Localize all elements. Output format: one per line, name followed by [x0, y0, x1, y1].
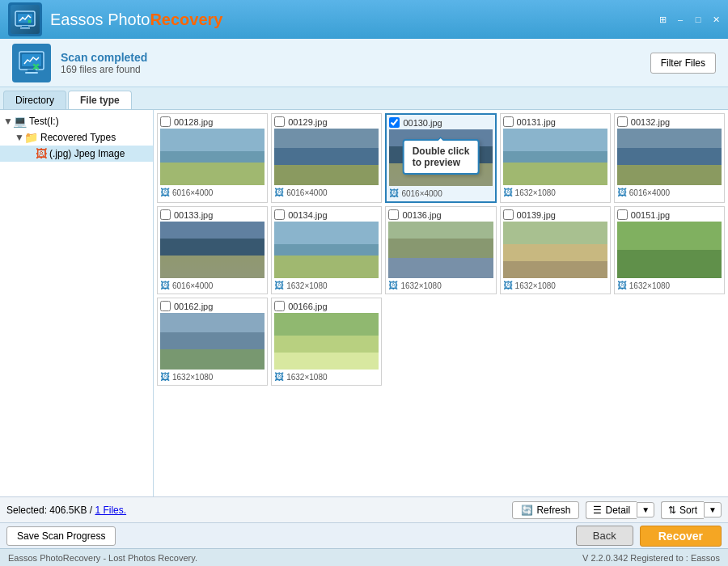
- file-card-top-12: 00166.jpg: [274, 301, 379, 311]
- footer-left: Eassos PhotoRecovery - Lost Photos Recov…: [8, 553, 197, 563]
- file-card-top-3: 00130.jpg: [389, 117, 492, 128]
- tree-item-test[interactable]: ▼ 💻 Test(I:): [0, 113, 153, 129]
- dim-value-2: 6016×4000: [286, 188, 327, 197]
- dim-icon-2: 🖼: [274, 187, 284, 198]
- svg-rect-8: [25, 72, 38, 74]
- file-checkbox-11[interactable]: [160, 301, 171, 311]
- tree-item-jpg[interactable]: 🖼 (.jpg) Jpeg Image: [0, 146, 153, 162]
- file-card-4[interactable]: 00131.jpg 🖼 1632×1080: [500, 113, 611, 203]
- file-grid-container[interactable]: 00128.jpg 🖼 6016×4000 00129.jpg 🖼 6016×4…: [154, 110, 728, 496]
- file-checkbox-9[interactable]: [503, 209, 514, 220]
- file-checkbox-5[interactable]: [617, 116, 628, 127]
- selected-info: Selected: 406.5KB / 1 Files.: [6, 505, 126, 516]
- tab-filetype[interactable]: File type: [68, 91, 132, 109]
- refresh-icon: 🔄: [521, 505, 533, 516]
- title-recovery: Recovery: [150, 11, 222, 28]
- file-card-top-9: 00139.jpg: [503, 209, 607, 220]
- file-card-top-10: 00151.jpg: [617, 209, 722, 220]
- file-checkbox-7[interactable]: [274, 209, 285, 220]
- file-checkbox-8[interactable]: [388, 209, 399, 220]
- file-card-11[interactable]: 00162.jpg 🖼 1632×1080: [157, 298, 268, 386]
- save-scan-button[interactable]: Save Scan Progress: [6, 526, 116, 546]
- dim-value-11: 1632×1080: [172, 373, 213, 382]
- tab-directory[interactable]: Directory: [3, 91, 66, 109]
- file-dim-7: 🖼 1632×1080: [274, 280, 379, 291]
- tree-label-test: Test(I:): [29, 116, 59, 127]
- file-dim-10: 🖼 1632×1080: [617, 280, 722, 291]
- minimize-button[interactable]: –: [675, 14, 686, 25]
- file-dim-3: 🖼 6016×4000: [389, 188, 492, 199]
- file-checkbox-1[interactable]: [160, 116, 171, 127]
- tree-icon-jpg: 🖼: [36, 147, 47, 160]
- file-checkbox-2[interactable]: [274, 116, 285, 127]
- detail-icon: ☰: [593, 505, 602, 516]
- dim-icon-1: 🖼: [160, 187, 170, 198]
- svg-rect-3: [20, 27, 30, 29]
- file-card-top-8: 00136.jpg: [388, 209, 493, 220]
- detail-dropdown-arrow[interactable]: ▼: [637, 502, 654, 517]
- dim-value-1: 6016×4000: [172, 188, 213, 197]
- file-card-top-11: 00162.jpg: [160, 301, 265, 311]
- tree-toggle-recovered[interactable]: ▼: [15, 132, 24, 143]
- file-name-3: 00130.jpg: [403, 118, 442, 128]
- dim-icon-11: 🖼: [160, 371, 170, 382]
- dim-value-8: 1632×1080: [400, 281, 441, 290]
- files-found: 169 files are found: [61, 64, 147, 75]
- file-card-6[interactable]: 00133.jpg 🖼 6016×4000: [157, 206, 268, 294]
- close-button[interactable]: ✕: [710, 14, 722, 25]
- back-button[interactable]: Back: [576, 526, 633, 546]
- tree-icon-computer: 💻: [13, 115, 27, 128]
- footer-right: V 2.2.0.342 Registered to : Eassos: [582, 553, 720, 563]
- file-card-top-6: 00133.jpg: [160, 209, 265, 220]
- file-name-12: 00166.jpg: [288, 302, 327, 311]
- dim-icon-10: 🖼: [617, 280, 627, 291]
- file-card-2[interactable]: 00129.jpg 🖼 6016×4000: [271, 113, 382, 203]
- file-dim-12: 🖼 1632×1080: [274, 371, 379, 382]
- monitor-icon: [12, 44, 51, 82]
- filter-files-button[interactable]: Filter Files: [650, 53, 716, 74]
- window-controls: ⊞ – □ ✕: [657, 14, 722, 25]
- svg-point-4: [22, 17, 23, 19]
- file-checkbox-6[interactable]: [160, 209, 171, 220]
- file-card-12[interactable]: 00166.jpg 🖼 1632×1080: [271, 298, 382, 386]
- tree-label-recovered: Recovered Types: [40, 132, 116, 143]
- sort-dropdown-arrow[interactable]: ▼: [704, 502, 722, 517]
- dim-value-10: 1632×1080: [629, 281, 670, 290]
- file-name-10: 00151.jpg: [631, 210, 670, 220]
- file-thumb-1: [160, 129, 265, 185]
- file-checkbox-10[interactable]: [617, 209, 628, 220]
- file-card-8[interactable]: 00136.jpg 🖼 1632×1080: [385, 206, 496, 294]
- file-name-6: 00133.jpg: [174, 210, 213, 220]
- logo-inner: [11, 5, 40, 34]
- dim-icon-3: 🖼: [389, 188, 399, 199]
- footer: Eassos PhotoRecovery - Lost Photos Recov…: [0, 548, 728, 566]
- file-dim-8: 🖼 1632×1080: [388, 280, 493, 291]
- dim-icon-5: 🖼: [617, 187, 627, 198]
- file-card-9[interactable]: 00139.jpg 🖼 1632×1080: [500, 206, 611, 294]
- refresh-button[interactable]: 🔄 Refresh: [512, 501, 579, 519]
- file-checkbox-12[interactable]: [274, 301, 285, 311]
- tree-toggle-test[interactable]: ▼: [3, 116, 13, 127]
- file-card-5[interactable]: 00132.jpg 🖼 6016×4000: [614, 113, 725, 203]
- file-name-11: 00162.jpg: [174, 302, 213, 311]
- maximize-button[interactable]: □: [692, 14, 704, 25]
- file-checkbox-3[interactable]: [389, 117, 400, 128]
- app-title: Eassos PhotoRecovery: [50, 11, 222, 29]
- files-link[interactable]: 1 Files.: [95, 505, 126, 516]
- file-dim-11: 🖼 1632×1080: [160, 371, 265, 382]
- recover-button[interactable]: Recover: [640, 526, 722, 547]
- detail-button[interactable]: ☰ Detail: [586, 501, 637, 519]
- pin-button[interactable]: ⊞: [657, 14, 668, 25]
- file-card-7[interactable]: 00134.jpg 🖼 1632×1080: [271, 206, 382, 294]
- tree-label-jpg: (.jpg) Jpeg Image: [49, 148, 125, 159]
- file-card-3[interactable]: 00130.jpg 🖼 6016×4000 Double click to pr…: [385, 113, 496, 203]
- tree-item-recovered[interactable]: ▼ 📁 Recovered Types: [0, 129, 153, 146]
- file-card-1[interactable]: 00128.jpg 🖼 6016×4000: [157, 113, 268, 203]
- file-checkbox-4[interactable]: [503, 116, 514, 127]
- file-name-8: 00136.jpg: [402, 210, 441, 220]
- file-card-10[interactable]: 00151.jpg 🖼 1632×1080: [614, 206, 725, 294]
- file-grid: 00128.jpg 🖼 6016×4000 00129.jpg 🖼 6016×4…: [157, 113, 725, 386]
- dim-icon-8: 🖼: [388, 280, 398, 291]
- sort-button[interactable]: ⇅ Sort: [661, 501, 704, 519]
- file-thumb-9: [503, 222, 607, 278]
